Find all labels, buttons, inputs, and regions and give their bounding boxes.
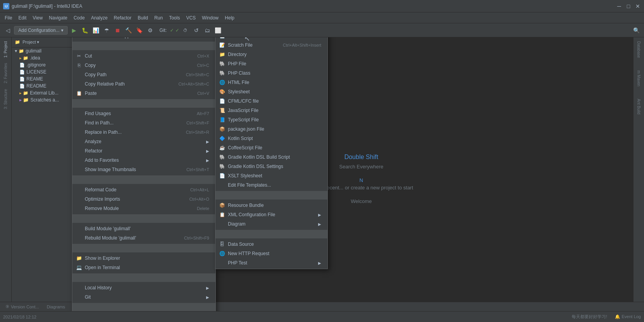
menu-build[interactable]: Build xyxy=(135,14,151,22)
git-revert-button[interactable]: ↺ xyxy=(192,26,201,35)
bottom-tab-version-control[interactable]: ⑨ Version Cont... xyxy=(2,303,43,310)
submenu-stylesheet[interactable]: 🎨 Stylesheet xyxy=(215,87,327,96)
context-menu-add-favorites[interactable]: Add to Favorites ▶ xyxy=(72,156,215,165)
context-menu-copy[interactable]: ⎘ Copy Ctrl+C xyxy=(72,61,215,70)
run-button[interactable]: ▶ xyxy=(69,26,79,35)
maximize-button[interactable]: □ xyxy=(625,3,632,9)
bookmark-button[interactable]: 🔖 xyxy=(135,26,144,35)
menu-file[interactable]: File xyxy=(2,14,15,22)
right-tab-ant[interactable]: Ant Build xyxy=(635,96,642,117)
paste-shortcut: Ctrl+V xyxy=(197,91,209,96)
submenu-typescript[interactable]: 📘 TypeScript File xyxy=(215,115,327,124)
submenu-gradle-kotlin-build[interactable]: 🐘 Gradle Kotlin DSL Build Script xyxy=(215,152,327,162)
submenu-diagram[interactable]: Diagram ▶ xyxy=(215,219,327,229)
context-menu-git[interactable]: Git ▶ xyxy=(72,292,215,302)
submenu-resource-bundle[interactable]: 📦 Resource Bundle xyxy=(215,201,327,210)
profile-button[interactable]: 📊 xyxy=(91,26,100,35)
submenu-edit-templates[interactable]: Edit File Templates... xyxy=(215,180,327,190)
add-configuration-button[interactable]: Add Configuration... ▾ xyxy=(14,26,68,35)
settings-button[interactable]: ⚙ xyxy=(145,26,155,35)
git-arrow: ▶ xyxy=(206,295,209,299)
sidebar-tab-structure[interactable]: 3: Structure xyxy=(2,87,9,112)
menu-analyze[interactable]: Analyze xyxy=(88,14,111,22)
copy-relative-label: Copy Relative Path xyxy=(85,81,172,87)
git-label: Git: xyxy=(159,28,167,33)
cut-icon: ✂ xyxy=(75,52,82,60)
vcs-button[interactable]: 🗂 xyxy=(203,26,212,35)
bottom-tab-diagrams[interactable]: Diagrams xyxy=(43,304,69,310)
submenu-php-test[interactable]: PHP Test ▶ xyxy=(215,258,327,268)
sidebar-tab-favorites[interactable]: 2: Favorites xyxy=(2,61,9,86)
stop-button[interactable]: ⏹ xyxy=(113,26,122,35)
menu-view[interactable]: View xyxy=(30,14,46,22)
submenu-javascript[interactable]: 📜 JavaScript File xyxy=(215,106,327,115)
right-tab-database[interactable]: Database xyxy=(635,39,642,60)
submenu-packagejson[interactable]: 📦 package.json File xyxy=(215,124,327,134)
remove-module-label: Remove Module xyxy=(85,206,191,211)
paste-label: Paste xyxy=(85,91,191,96)
context-menu-open-terminal[interactable]: 💻 Open in Terminal xyxy=(72,263,215,272)
context-menu-find-in-path[interactable]: Find in Path... Ctrl+Shift+F xyxy=(72,118,215,128)
menu-edit[interactable]: Edit xyxy=(15,14,30,22)
terminal-button[interactable]: ⬜ xyxy=(214,26,223,35)
coverage-button[interactable]: ☂ xyxy=(102,26,111,35)
sidebar-tab-project[interactable]: 1: Project xyxy=(2,39,9,60)
submenu-data-source[interactable]: 🗄 Data Source xyxy=(215,240,327,249)
submenu-directory[interactable]: 📁 Directory xyxy=(215,50,327,59)
context-menu-local-history[interactable]: Local History ▶ xyxy=(72,283,215,292)
context-menu-build-module[interactable]: Build Module 'gulimall' xyxy=(72,224,215,233)
submenu-xml-config[interactable]: 📋 XML Configuration File ▶ xyxy=(215,210,327,219)
directory-label: Directory xyxy=(228,52,321,57)
xml-config-arrow: ▶ xyxy=(318,213,321,217)
context-menu-reformat[interactable]: Reformat Code Ctrl+Alt+L xyxy=(72,185,215,194)
external-libs-icon: ▸ 📁 xyxy=(19,91,28,96)
context-menu-copy-relative[interactable]: Copy Relative Path Ctrl+Alt+Shift+C xyxy=(72,79,215,89)
submenu-php-file[interactable]: 🐘 PHP File xyxy=(215,59,327,68)
submenu-xslt[interactable]: 📄 XSLT Stylesheet xyxy=(215,171,327,180)
submenu-coffeescript[interactable]: ☕ CoffeeScript File xyxy=(215,143,327,152)
context-menu-show-explorer[interactable]: 📁 Show in Explorer xyxy=(72,254,215,263)
menu-code[interactable]: Code xyxy=(70,14,88,22)
menu-help[interactable]: Help xyxy=(222,14,238,22)
context-menu-show-thumbnails[interactable]: Show Image Thumbnails Ctrl+Shift+T xyxy=(72,165,215,174)
context-menu-cut[interactable]: ✂ Cut Ctrl+X xyxy=(72,51,215,61)
optimize-shortcut: Ctrl+Alt+O xyxy=(189,197,209,201)
menu-refactor[interactable]: Refactor xyxy=(111,14,135,22)
submenu-scratch-file[interactable]: 📝 Scratch File Ctrl+Alt+Shift+Insert xyxy=(215,40,327,50)
gradle-settings-label: Gradle Kotlin DSL Settings xyxy=(228,164,321,169)
menu-run[interactable]: Run xyxy=(151,14,166,22)
close-button[interactable]: ✕ xyxy=(635,3,641,9)
search-everywhere-button[interactable]: 🔍 xyxy=(632,26,641,35)
refactor-icon xyxy=(75,147,82,154)
submenu-cfml[interactable]: 📄 CFML/CFC file xyxy=(215,96,327,106)
context-menu-analyze[interactable]: Analyze ▶ xyxy=(72,137,215,146)
build-button[interactable]: 🔨 xyxy=(124,26,133,35)
gradle-settings-icon: 🐘 xyxy=(219,163,226,170)
context-menu-replace-in-path[interactable]: Replace in Path... Ctrl+Shift+R xyxy=(72,128,215,137)
debug-button[interactable]: 🐛 xyxy=(80,26,89,35)
context-menu-find-usages[interactable]: Find Usages Alt+F7 xyxy=(72,109,215,118)
context-menu-paste[interactable]: 📋 Paste Ctrl+V xyxy=(72,89,215,98)
right-tab-maven[interactable]: m Maven xyxy=(635,68,642,89)
window-controls[interactable]: ─ □ ✕ xyxy=(616,3,641,9)
context-menu-refactor[interactable]: Refactor ▶ xyxy=(72,146,215,156)
submenu-php-class[interactable]: 🐘 PHP Class xyxy=(215,68,327,78)
menu-tools[interactable]: Tools xyxy=(166,14,183,22)
submenu-kotlin-script[interactable]: 🔷 Kotlin Script xyxy=(215,134,327,143)
context-menu-copy-path[interactable]: Copy Path Ctrl+Shift+C xyxy=(72,70,215,79)
event-log-button[interactable]: 🔔 Event Log xyxy=(615,314,641,319)
menu-navigate[interactable]: Navigate xyxy=(46,14,70,22)
minimize-button[interactable]: ─ xyxy=(616,3,622,9)
context-menu-remove-module[interactable]: Remove Module Delete xyxy=(72,204,215,213)
copy-relative-shortcut: Ctrl+Alt+Shift+C xyxy=(178,82,209,86)
git-history-button[interactable]: ⏱ xyxy=(181,26,190,35)
submenu-gradle-kotlin-settings[interactable]: 🐘 Gradle Kotlin DSL Settings xyxy=(215,162,327,171)
context-menu-optimize[interactable]: Optimize Imports Ctrl+Alt+O xyxy=(72,194,215,204)
toolbar-back-icon[interactable]: ◁ xyxy=(3,26,12,35)
menu-window[interactable]: Window xyxy=(199,14,222,22)
sep3 xyxy=(72,175,215,184)
menu-vcs[interactable]: VCS xyxy=(183,14,199,22)
submenu-html-file[interactable]: 🌐 HTML File xyxy=(215,78,327,87)
submenu-http-request[interactable]: 🌐 New HTTP Request xyxy=(215,249,327,258)
context-menu-rebuild-module[interactable]: Rebuild Module 'gulimall' Ctrl+Shift+F9 xyxy=(72,233,215,243)
